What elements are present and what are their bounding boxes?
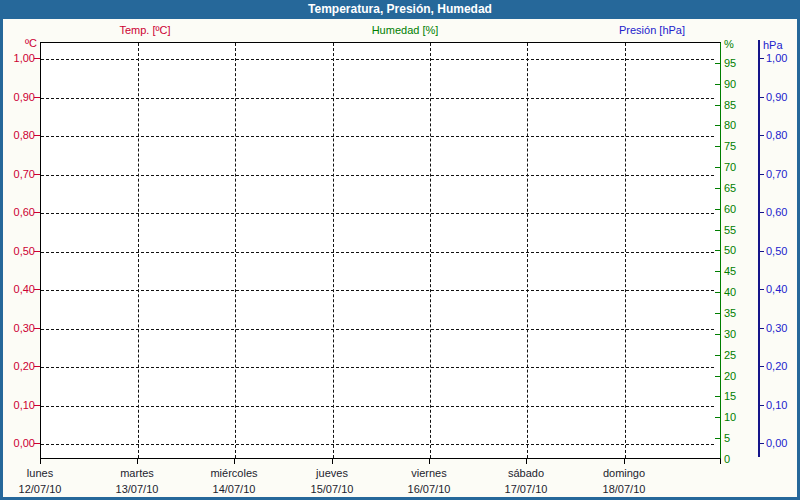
pressure-axis-tick-label: 0,70 <box>766 168 787 180</box>
x-axis-tick <box>720 459 721 464</box>
weekday-name: martes <box>89 466 185 480</box>
temp-axis-tick-label: 0,20 <box>0 360 35 372</box>
humidity-axis-tick-label: 25 <box>724 349 736 361</box>
x-axis-day-label: domingo 18/07/10 <box>576 466 672 496</box>
humidity-axis-tick <box>715 125 721 126</box>
pressure-axis-tick <box>758 328 764 329</box>
pressure-axis-tick-label: 0,10 <box>766 399 787 411</box>
temp-axis-tick <box>34 443 40 444</box>
temp-axis-tick <box>34 212 40 213</box>
pressure-axis-tick <box>758 289 764 290</box>
weekday-date: 18/07/10 <box>576 482 672 496</box>
humidity-axis-tick-label: 45 <box>724 265 736 277</box>
weekday-name: miércoles <box>186 466 282 480</box>
humidity-axis-tick-label: 95 <box>724 57 736 69</box>
app-window: Temperatura, Presión, Humedad Temp. [ºC]… <box>0 0 800 500</box>
humidity-axis-tick <box>715 230 721 231</box>
humidity-axis-tick-label: 85 <box>724 99 736 111</box>
humidity-axis-tick-label: 75 <box>724 140 736 152</box>
pressure-axis-line <box>758 40 760 457</box>
humidity-axis-unit: % <box>724 38 734 50</box>
h-gridline <box>41 213 714 214</box>
plot-area <box>40 42 721 459</box>
humidity-axis-tick <box>715 292 721 293</box>
weekday-name: viernes <box>381 466 477 480</box>
temp-axis-tick <box>34 135 40 136</box>
temp-axis-tick <box>34 174 40 175</box>
legend-temperature: Temp. [ºC] <box>119 24 170 38</box>
temp-axis-tick <box>34 58 40 59</box>
h-gridline <box>41 290 714 291</box>
temp-axis-unit: ºC <box>0 37 37 49</box>
temp-axis-tick-label: 0,50 <box>0 245 35 257</box>
x-axis-tick <box>40 459 41 464</box>
temp-axis-tick-label: 0,30 <box>0 322 35 334</box>
window-title-bar: Temperatura, Presión, Humedad <box>0 0 800 19</box>
humidity-axis-tick <box>715 63 721 64</box>
x-axis-day-label: lunes 12/07/10 <box>0 466 88 496</box>
h-gridline <box>41 175 714 176</box>
humidity-axis-tick-label: 5 <box>724 432 730 444</box>
pressure-axis-tick-label: 0,80 <box>766 129 787 141</box>
humidity-axis-tick-label: 70 <box>724 161 736 173</box>
v-gridline <box>138 43 139 458</box>
temp-axis-tick <box>34 289 40 290</box>
weekday-name: jueves <box>284 466 380 480</box>
humidity-axis-tick-label: 90 <box>724 78 736 90</box>
humidity-axis-tick-label: 15 <box>724 390 736 402</box>
x-axis-tick <box>137 459 138 464</box>
temp-axis-tick <box>34 251 40 252</box>
humidity-axis-tick <box>715 417 721 418</box>
weekday-name: sábado <box>478 466 574 480</box>
humidity-axis-tick <box>715 84 721 85</box>
h-gridline <box>41 98 714 99</box>
humidity-axis-tick-label: 0 <box>724 453 730 465</box>
x-axis-tick <box>429 459 430 464</box>
humidity-axis-tick <box>715 313 721 314</box>
h-gridline <box>41 444 714 445</box>
humidity-axis-tick <box>715 146 721 147</box>
humidity-axis-tick-label: 65 <box>724 182 736 194</box>
humidity-axis-tick-label: 35 <box>724 307 736 319</box>
x-axis-tick <box>526 459 527 464</box>
legend-pressure: Presión [hPa] <box>619 24 685 38</box>
pressure-axis-tick <box>758 135 764 136</box>
temp-axis-tick-label: 0,00 <box>0 437 35 449</box>
pressure-axis-tick <box>758 251 764 252</box>
v-gridline <box>625 43 626 458</box>
humidity-axis-tick <box>715 250 721 251</box>
h-gridline <box>41 252 714 253</box>
h-gridline <box>41 406 714 407</box>
humidity-axis-tick-label: 40 <box>724 286 736 298</box>
humidity-axis-tick-label: 50 <box>724 244 736 256</box>
x-axis-day-label: miércoles 14/07/10 <box>186 466 282 496</box>
pressure-axis-tick <box>758 443 764 444</box>
temp-axis-tick-label: 0,10 <box>0 399 35 411</box>
humidity-axis-tick-label: 55 <box>724 224 736 236</box>
x-axis-day-label: sábado 17/07/10 <box>478 466 574 496</box>
pressure-axis-tick <box>758 97 764 98</box>
humidity-axis-tick-label: 30 <box>724 328 736 340</box>
temp-axis-tick-label: 0,70 <box>0 168 35 180</box>
pressure-axis-tick-label: 1,00 <box>766 52 787 64</box>
humidity-axis-tick <box>715 334 721 335</box>
humidity-axis-tick <box>715 376 721 377</box>
pressure-axis-unit: hPa <box>763 39 783 51</box>
weekday-date: 14/07/10 <box>186 482 282 496</box>
temp-axis-tick <box>34 97 40 98</box>
pressure-axis-tick-label: 0,50 <box>766 245 787 257</box>
humidity-axis-tick <box>715 396 721 397</box>
h-gridline <box>41 329 714 330</box>
pressure-axis-tick-label: 0,30 <box>766 322 787 334</box>
pressure-axis-tick <box>758 366 764 367</box>
pressure-axis-tick-label: 0,90 <box>766 91 787 103</box>
x-axis-day-label: jueves 15/07/10 <box>284 466 380 496</box>
humidity-axis-tick <box>715 355 721 356</box>
h-gridline <box>41 59 714 60</box>
temp-axis-tick-label: 0,40 <box>0 283 35 295</box>
pressure-axis-tick-label: 0,00 <box>766 437 787 449</box>
humidity-axis-tick <box>715 271 721 272</box>
humidity-axis-tick <box>715 105 721 106</box>
x-axis-tick <box>332 459 333 464</box>
x-axis-tick <box>234 459 235 464</box>
